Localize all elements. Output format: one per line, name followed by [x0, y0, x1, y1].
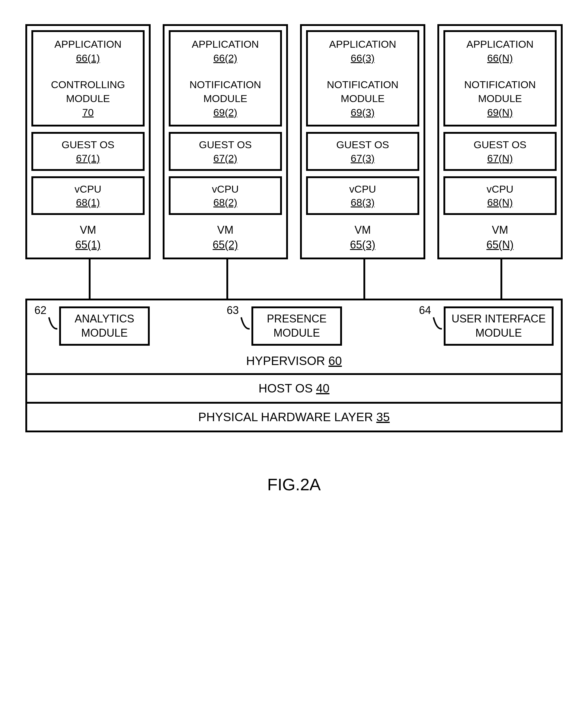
hv-ref-62: 62	[35, 304, 46, 317]
vm-n-app-label: APPLICATION	[447, 38, 553, 51]
vm-3-guest-os-box: GUEST OS 67(3)	[306, 132, 419, 171]
vm-1-vm-label-block: VM 65(1)	[31, 223, 145, 252]
vm-n: APPLICATION 66(N) NOTIFICATION MODULE 69…	[437, 24, 563, 259]
vm-1-vcpu-box: vCPU 68(1)	[31, 176, 145, 215]
vm-n-vm-label-block: VM 65(N)	[443, 223, 557, 252]
lead-line-icon	[433, 317, 442, 332]
vm-2-vm-label: VM	[169, 223, 282, 238]
connector-1	[89, 259, 91, 299]
vm-3-os-label: GUEST OS	[310, 138, 416, 151]
vm-1-guest-os-box: GUEST OS 67(1)	[31, 132, 145, 171]
vm-n-mod-label-1: NOTIFICATION	[447, 78, 553, 92]
vm-1-os-label: GUEST OS	[35, 138, 141, 151]
ui-line2: MODULE	[452, 326, 546, 340]
analytics-module-box: ANALYTICS MODULE	[59, 306, 150, 346]
vm-1-vm-label: VM	[31, 223, 145, 238]
vm-3-app-module-box: APPLICATION 66(3) NOTIFICATION MODULE 69…	[306, 30, 419, 127]
vm-n-mod-label-2: MODULE	[447, 92, 553, 106]
vm-3-os-ref: 67(3)	[351, 152, 375, 164]
hypervisor-layer: 62 ANALYTICS MODULE 63 PRESENCE	[27, 300, 561, 375]
vm-1-vcpu-label: vCPU	[35, 182, 141, 196]
presence-module-box: PRESENCE MODULE	[252, 306, 342, 346]
vm-2-guest-os-box: GUEST OS 67(2)	[169, 132, 282, 171]
vm-3-mod-label-1: NOTIFICATION	[310, 78, 416, 92]
ui-line1: USER INTERFACE	[452, 312, 546, 326]
vm-3-vm-ref: 65(3)	[350, 238, 375, 251]
hypervisor-modules-row: 62 ANALYTICS MODULE 63 PRESENCE	[35, 306, 553, 346]
vm-3-vm-label-block: VM 65(3)	[306, 223, 419, 252]
vm-3-vcpu-label: vCPU	[310, 182, 416, 196]
analytics-line2: MODULE	[67, 326, 142, 340]
vm-1-os-ref: 67(1)	[76, 152, 100, 164]
vm-3-app-label: APPLICATION	[310, 38, 416, 51]
vm-2-app-ref: 66(2)	[213, 52, 237, 64]
vm-2-vm-ref: 65(2)	[213, 238, 238, 251]
vm-3-mod-label-2: MODULE	[310, 92, 416, 106]
vm-1-vm-ref: 65(1)	[75, 238, 101, 251]
vm-2-vcpu-label: vCPU	[172, 182, 278, 196]
hypervisor-title-ref: 60	[328, 354, 342, 367]
vm-2-vcpu-ref: 68(2)	[213, 197, 237, 208]
vm-1-app-label: APPLICATION	[35, 38, 141, 51]
analytics-line1: ANALYTICS	[67, 312, 142, 326]
vm-3-app-ref: 66(3)	[351, 52, 375, 64]
host-os-ref: 40	[316, 382, 330, 395]
hw-label: PHYSICAL HARDWARE LAYER	[198, 410, 373, 424]
vm-2-mod-ref: 69(2)	[213, 107, 237, 118]
vm-n-mod-ref: 69(N)	[487, 107, 513, 118]
vm-2-mod-label-1: NOTIFICATION	[172, 78, 278, 92]
vm-n-os-label: GUEST OS	[447, 138, 553, 151]
host-os-label: HOST OS	[259, 382, 313, 395]
vm-1-app-module-box: APPLICATION 66(1) CONTROLLING MODULE 70	[31, 30, 145, 127]
vm-2: APPLICATION 66(2) NOTIFICATION MODULE 69…	[163, 24, 288, 259]
host-os-layer: HOST OS 40	[27, 375, 561, 404]
vm-n-vm-label: VM	[443, 223, 557, 238]
vm-2-vcpu-box: vCPU 68(2)	[169, 176, 282, 215]
vm-n-os-ref: 67(N)	[487, 152, 513, 164]
vm-n-vcpu-label: vCPU	[447, 182, 553, 196]
vm-2-vm-label-block: VM 65(2)	[169, 223, 282, 252]
vm-2-app-module-box: APPLICATION 66(2) NOTIFICATION MODULE 69…	[169, 30, 282, 127]
vm-n-app-ref: 66(N)	[487, 52, 513, 64]
hv-ref-63: 63	[227, 304, 239, 317]
vm-2-mod-label-2: MODULE	[172, 92, 278, 106]
hv-group-analytics: 62 ANALYTICS MODULE	[35, 306, 150, 346]
hv-group-presence: 63 PRESENCE MODULE	[227, 306, 342, 346]
vm-2-os-ref: 67(2)	[213, 152, 237, 164]
lead-line-icon	[241, 317, 249, 332]
hv-ref-64: 64	[419, 304, 431, 317]
presence-line2: MODULE	[259, 326, 334, 340]
hypervisor-title-label: HYPERVISOR	[246, 354, 325, 367]
lead-line-icon	[48, 317, 57, 332]
hw-ref: 35	[376, 410, 390, 424]
diagram-figure-2a: APPLICATION 66(1) CONTROLLING MODULE 70 …	[25, 24, 563, 494]
vm-to-hypervisor-connectors	[25, 259, 563, 299]
vm-1-mod-label-2: MODULE	[35, 92, 141, 106]
vm-n-vcpu-ref: 68(N)	[487, 197, 513, 208]
physical-hardware-layer: PHYSICAL HARDWARE LAYER 35	[27, 404, 561, 431]
vm-1-mod-ref: 70	[82, 107, 94, 118]
connector-3	[364, 259, 365, 299]
vm-3: APPLICATION 66(3) NOTIFICATION MODULE 69…	[300, 24, 425, 259]
vm-2-os-label: GUEST OS	[172, 138, 278, 151]
vm-2-app-label: APPLICATION	[172, 38, 278, 51]
vm-n-app-module-box: APPLICATION 66(N) NOTIFICATION MODULE 69…	[443, 30, 557, 127]
connector-2	[226, 259, 228, 299]
vm-3-mod-ref: 69(3)	[351, 107, 375, 118]
vm-1-app-ref: 66(1)	[76, 52, 100, 64]
connector-4	[500, 259, 502, 299]
vm-3-vcpu-ref: 68(3)	[351, 197, 375, 208]
figure-caption: FIG.2A	[25, 475, 563, 494]
hypervisor-title: HYPERVISOR 60	[35, 354, 553, 368]
vm-1-mod-label-1: CONTROLLING	[35, 78, 141, 92]
hv-group-ui: 64 USER INTERFACE MODULE	[419, 306, 553, 346]
vm-n-guest-os-box: GUEST OS 67(N)	[443, 132, 557, 171]
user-interface-module-box: USER INTERFACE MODULE	[444, 306, 553, 346]
vm-1-vcpu-ref: 68(1)	[76, 197, 100, 208]
presence-line1: PRESENCE	[259, 312, 334, 326]
vm-n-vcpu-box: vCPU 68(N)	[443, 176, 557, 215]
vm-3-vm-label: VM	[306, 223, 419, 238]
vm-row: APPLICATION 66(1) CONTROLLING MODULE 70 …	[25, 24, 563, 259]
vm-3-vcpu-box: vCPU 68(3)	[306, 176, 419, 215]
vm-n-vm-ref: 65(N)	[486, 238, 514, 251]
